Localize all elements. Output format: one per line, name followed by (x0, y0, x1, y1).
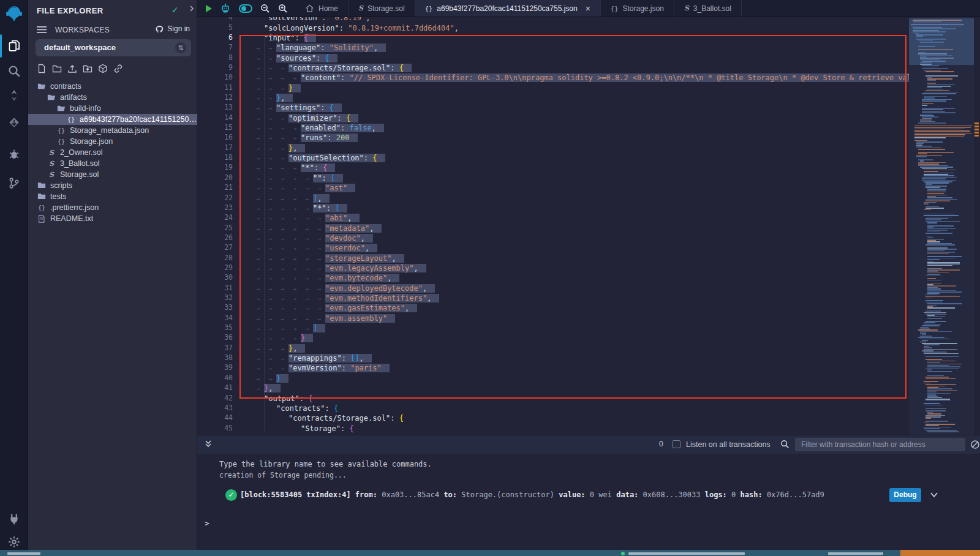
double-chevron-down-icon[interactable] (205, 440, 212, 448)
line-number: 24 (197, 213, 233, 222)
tab-whitespace-marker: → (313, 233, 325, 244)
tab-storage-json[interactable]: {}Storage.json (601, 0, 674, 17)
minimap[interactable] (909, 17, 974, 435)
upload-file-icon[interactable] (67, 64, 77, 73)
tree-folder-scripts[interactable]: scripts (28, 180, 197, 191)
deploy-run-icon[interactable] (4, 113, 24, 132)
line-number: 33 (197, 303, 233, 312)
tree-file-a69b43f277ba20fcac141151250ca7-[interactable]: {}a69b43f277ba20fcac141151250ca7... (28, 114, 197, 125)
tree-file-storage-metadata-json[interactable]: {}Storage_metadata.json (28, 125, 197, 136)
tree-folder-contracts[interactable]: contracts (28, 81, 197, 92)
code-line: →→→}, (252, 344, 305, 354)
tree-file-2-owner-sol[interactable]: S2_Owner.sol (28, 147, 197, 158)
sign-in-button[interactable]: Sign in (155, 24, 190, 33)
settings-icon[interactable] (4, 532, 24, 552)
solidity-compiler-icon[interactable] (4, 86, 24, 105)
new-file-icon[interactable] (37, 64, 47, 73)
terminal-prompt[interactable]: > (205, 519, 209, 528)
new-folder-icon[interactable] (52, 64, 62, 73)
tab-whitespace-marker: → (252, 284, 264, 294)
debug-button[interactable]: Debug (889, 488, 921, 502)
link-icon[interactable] (113, 64, 123, 73)
code-line: →→→"outputSelection": { (252, 153, 385, 163)
listen-all-transactions-checkbox[interactable] (673, 440, 680, 448)
tab-storage-sol[interactable]: SStorage.sol (349, 0, 415, 17)
tab-bar-controls (197, 0, 295, 17)
code-line: →→→→→"*": [ (252, 203, 347, 214)
tab-whitespace-marker: → (264, 323, 276, 334)
remix-ai-robot-icon[interactable] (220, 3, 231, 13)
plugin-manager-icon[interactable] (4, 509, 24, 528)
tab-whitespace-marker: → (301, 303, 313, 314)
code-line: →→→"contracts/Storage.sol": { (252, 63, 412, 73)
tab-whitespace-marker: → (313, 224, 325, 234)
tab-a69b43f277ba20fcac141151250ca755-json[interactable]: {}a69b43f277ba20fcac141151250ca755.json× (415, 0, 601, 17)
folder-open-icon (56, 104, 66, 113)
tx-log-text: [block:5583405 txIndex:4] from: 0xa03...… (240, 490, 824, 499)
ruler-mark (974, 132, 979, 133)
tab-whitespace-marker: → (288, 224, 301, 234)
tab-label: Storage.sol (368, 4, 405, 13)
selection-highlight: "evm.legacyAssembly", (325, 264, 426, 272)
zoom-in-icon[interactable] (278, 4, 288, 13)
debugger-icon[interactable] (4, 145, 24, 164)
clear-console-icon[interactable] (970, 440, 980, 449)
tree-file-storage-json[interactable]: {}Storage.json (28, 136, 197, 147)
tree-file-3-ballot-sol[interactable]: S3_Ballot.sol (28, 158, 197, 169)
search-icon[interactable] (780, 440, 790, 449)
hamburger-menu-icon[interactable] (37, 26, 47, 34)
ai-copilot-toggle[interactable] (239, 4, 252, 13)
remix-logo-icon[interactable] (4, 5, 24, 24)
tree-item-label: tests (50, 192, 66, 201)
tree-folder-build-info[interactable]: build-info (28, 103, 197, 114)
tree-folder-artifacts[interactable]: artifacts (28, 92, 197, 103)
tab-whitespace-marker: → (252, 103, 264, 113)
tab-whitespace-marker: → (276, 163, 288, 173)
tab-whitespace-marker: → (252, 303, 264, 314)
tx-expand-chevron-icon[interactable] (930, 490, 938, 499)
code-editor[interactable]: 4"solcVersion": "0.8.19",5"solcLongVersi… (197, 17, 980, 435)
tab-whitespace-marker: → (252, 143, 264, 154)
tabs: HomeSStorage.sol{}a69b43f277ba20fcac1411… (295, 0, 742, 17)
run-script-icon[interactable] (206, 5, 212, 12)
status-orange-badge[interactable] (900, 550, 980, 556)
editor-tab-bar: HomeSStorage.sol{}a69b43f277ba20fcac1411… (197, 0, 980, 17)
transaction-log-row[interactable]: ✓ [block:5583405 txIndex:4] from: 0xa03.… (219, 489, 973, 504)
tab-whitespace-marker: → (264, 293, 276, 304)
upload-folder-icon[interactable] (83, 64, 92, 73)
line-number: 29 (197, 263, 233, 272)
github-icon (155, 25, 164, 33)
search-icon[interactable] (4, 61, 24, 81)
tab-whitespace-marker: → (252, 123, 264, 133)
git-icon[interactable] (4, 173, 24, 193)
transaction-filter-input[interactable] (795, 438, 965, 451)
terminal-message: Type the library name to see available c… (219, 460, 432, 468)
workspace-select[interactable]: default_workspace ⇅ (36, 39, 191, 56)
ipfs-box-icon[interactable] (98, 64, 108, 73)
file-explorer-icon[interactable] (4, 36, 24, 55)
tab-whitespace-marker: → (276, 353, 288, 364)
tree-file-storage-sol[interactable]: SStorage.sol (28, 169, 197, 180)
selection-highlight: "evm.deployedBytecode", (325, 284, 435, 293)
selection-highlight: "content": "// SPDX-License-Identifier: … (301, 73, 951, 82)
tree-folder-tests[interactable]: tests (28, 191, 197, 202)
line-number: 15 (197, 123, 233, 132)
code-line: →→→→→→"abi", (252, 213, 360, 224)
tree-item-label: build-info (70, 104, 101, 113)
tab-whitespace-marker: → (264, 43, 276, 53)
tab-home[interactable]: Home (295, 0, 349, 17)
tree-file-readme-txt[interactable]: README.txt (28, 213, 197, 224)
close-icon[interactable]: × (586, 4, 590, 13)
terminal-top-bar: 0 Listen on all transactions (197, 435, 980, 454)
line-number: 25 (197, 224, 233, 232)
selection-highlight: { (304, 34, 316, 42)
tab-3-ballot-sol[interactable]: S3_Ballot.sol (674, 0, 742, 17)
sign-in-label: Sign in (167, 24, 190, 33)
minimap-viewport[interactable] (909, 18, 974, 65)
selection-highlight: "optimizer": { (288, 114, 358, 122)
tab-whitespace-marker: → (276, 333, 288, 344)
zoom-out-icon[interactable] (260, 4, 270, 13)
line-number: 9 (197, 63, 233, 72)
tree-file--prettierrc-json[interactable]: {}.prettierrc.json (28, 202, 197, 213)
chevron-right-icon[interactable] (189, 5, 195, 12)
